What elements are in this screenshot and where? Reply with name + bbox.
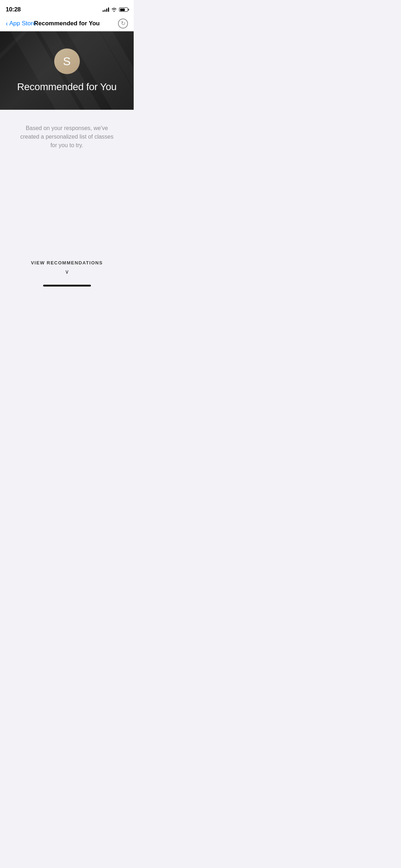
status-time: 10:28 [6,6,21,13]
cta-label: VIEW RECOMMENDATIONS [31,260,103,265]
content-section: Based on your responses, we've created a… [0,110,134,150]
wifi-icon [111,7,117,12]
home-indicator [43,285,91,286]
back-chevron-icon: ‹ [6,20,8,27]
back-label: App Store [9,20,36,27]
chevron-down-icon: ∨ [65,268,69,275]
avatar-letter: S [63,55,71,68]
hero-section: S Recommended for You [0,31,134,110]
signal-icon [103,7,109,12]
status-icons [103,7,128,12]
nav-title: Recommended for You [34,20,100,27]
status-bar: 10:28 [0,0,134,16]
nav-bar: ‹ App Store Recommended for You [0,16,134,31]
avatar: S [54,48,80,74]
refresh-button[interactable] [118,19,128,29]
back-button[interactable]: ‹ App Store [6,20,36,27]
battery-icon [119,7,128,12]
content-description: Based on your responses, we've created a… [17,124,117,150]
view-recommendations-button[interactable]: VIEW RECOMMENDATIONS ∨ [0,260,134,275]
hero-title: Recommended for You [17,81,117,93]
